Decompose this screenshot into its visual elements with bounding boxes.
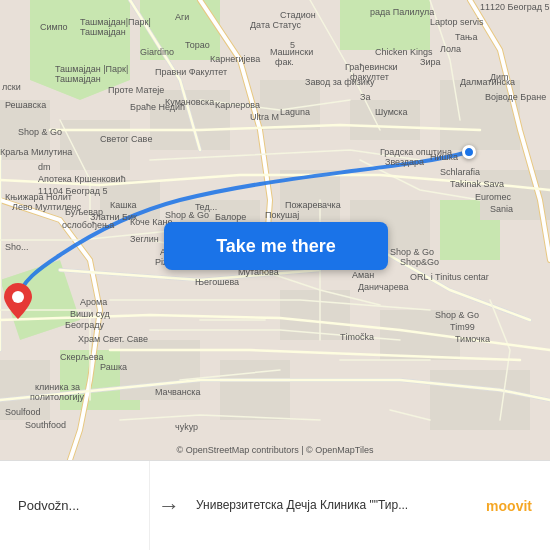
svg-point-117 bbox=[12, 291, 24, 303]
svg-text:Пожаревачка: Пожаревачка bbox=[285, 200, 341, 210]
svg-rect-8 bbox=[60, 120, 130, 170]
svg-text:Aги: Aги bbox=[175, 12, 189, 22]
svg-text:Мачванска: Мачванска bbox=[155, 387, 200, 397]
svg-text:ORL i Tinitus centar: ORL i Tinitus centar bbox=[410, 272, 489, 282]
svg-text:Giardino: Giardino bbox=[140, 47, 174, 57]
svg-text:Рашка: Рашка bbox=[100, 362, 127, 372]
svg-text:Правни Факултет: Правни Факултет bbox=[155, 67, 227, 77]
svg-text:Арома: Арома bbox=[80, 297, 107, 307]
svg-text:клиника за: клиника за bbox=[35, 382, 80, 392]
svg-text:Chicken Kings: Chicken Kings bbox=[375, 47, 433, 57]
origin-section: Podvožn... bbox=[10, 461, 150, 550]
svg-text:Београду: Београду bbox=[65, 320, 104, 330]
svg-text:Кумановска: Кумановска bbox=[165, 97, 214, 107]
svg-text:Тања: Тања bbox=[455, 32, 477, 42]
svg-text:Нишка: Нишка bbox=[430, 152, 458, 162]
destination-section: Универзитетска Дечја Клиника ""Тир... bbox=[188, 461, 478, 550]
svg-text:Симпо: Симпо bbox=[40, 22, 68, 32]
svg-text:Карлерова: Карлерова bbox=[215, 100, 260, 110]
svg-text:Ташмајдан|Парк|: Ташмајдан|Парк| bbox=[80, 17, 151, 27]
direction-arrow: → bbox=[158, 493, 180, 519]
svg-rect-19 bbox=[220, 360, 290, 420]
svg-text:Shop & Go: Shop & Go bbox=[390, 247, 434, 257]
moovit-brand-text: moovit bbox=[486, 498, 532, 514]
bottom-bar: Podvožn... → Универзитетска Дечја Клиник… bbox=[0, 460, 550, 550]
svg-text:Скерљева: Скерљева bbox=[60, 352, 103, 362]
svg-text:Sania: Sania bbox=[490, 204, 513, 214]
svg-text:Зеглин: Зеглин bbox=[130, 234, 159, 244]
svg-rect-11 bbox=[350, 100, 420, 140]
svg-text:Зa: Зa bbox=[360, 92, 370, 102]
svg-text:Euromec: Euromec bbox=[475, 192, 512, 202]
svg-text:Кашка: Кашка bbox=[110, 200, 137, 210]
destination-marker bbox=[462, 145, 476, 159]
svg-text:Shop & Go: Shop & Go bbox=[18, 127, 62, 137]
svg-text:Southfood: Southfood bbox=[25, 420, 66, 430]
svg-text:Његошева: Његошева bbox=[195, 277, 239, 287]
svg-text:Карнегијева: Карнегијева bbox=[210, 54, 260, 64]
svg-text:Тимочка: Тимочка bbox=[455, 334, 490, 344]
take-me-there-button[interactable]: Take me there bbox=[164, 222, 388, 270]
svg-text:Teд...: Teд... bbox=[195, 202, 217, 212]
svg-text:Торао: Торао bbox=[185, 40, 210, 50]
app: Симпо Ташмајдан|Парк| Ташмајдан Aги Стад… bbox=[0, 0, 550, 550]
destination-label: Универзитетска Дечја Клиника ""Тир... bbox=[196, 498, 470, 514]
svg-text:Шумска: Шумска bbox=[375, 107, 407, 117]
svg-text:Tim99: Tim99 bbox=[450, 322, 475, 332]
svg-text:Зира: Зира bbox=[420, 57, 440, 67]
svg-text:Ultra M: Ultra M bbox=[250, 112, 279, 122]
svg-text:фак.: фак. bbox=[275, 57, 294, 67]
svg-text:Soulfood: Soulfood bbox=[5, 407, 41, 417]
svg-text:Shop&Go: Shop&Go bbox=[400, 257, 439, 267]
svg-text:5: 5 bbox=[290, 40, 295, 50]
svg-text:Балоре: Балоре bbox=[215, 212, 246, 222]
map-attribution: © OpenStreetMap contributors | © OpenMap… bbox=[0, 445, 550, 455]
svg-text:политологију: политологију bbox=[30, 392, 84, 402]
map-container: Симпо Ташмајдан|Парк| Ташмајдан Aги Стад… bbox=[0, 0, 550, 460]
svg-text:Храм Свет. Саве: Храм Свет. Саве bbox=[78, 334, 148, 344]
svg-text:Покушај: Покушај bbox=[265, 210, 299, 220]
svg-text:Војводе Бране: Војводе Бране bbox=[485, 92, 546, 102]
svg-text:Апотека Кршенковић: Апотека Кршенковић bbox=[38, 174, 126, 184]
origin-label: Podvožn... bbox=[18, 498, 141, 513]
svg-text:Краља Милутина: Краља Милутина bbox=[0, 147, 72, 157]
svg-text:Виши суд: Виши суд bbox=[70, 309, 110, 319]
svg-text:dm: dm bbox=[38, 162, 51, 172]
svg-text:Ташмајдан |Парк|: Ташмајдан |Парк| bbox=[55, 64, 128, 74]
svg-text:Sho...: Sho... bbox=[5, 242, 29, 252]
arrow-section: → bbox=[150, 493, 188, 519]
svg-text:Проте Матеје: Проте Матеје bbox=[108, 85, 164, 95]
svg-text:Стадион: Стадион bbox=[280, 10, 316, 20]
svg-text:11104 Београд 5: 11104 Београд 5 bbox=[38, 186, 108, 196]
svg-text:Решавска: Решавска bbox=[5, 100, 46, 110]
svg-text:Аман: Аман bbox=[352, 270, 374, 280]
svg-text:Даничарева: Даничарева bbox=[358, 282, 409, 292]
svg-text:рада Палилула: рада Палилула bbox=[370, 7, 434, 17]
svg-text:лски: лски bbox=[2, 82, 21, 92]
logo-section: moovit bbox=[478, 498, 540, 514]
svg-text:Таkinak Sava: Таkinak Sava bbox=[450, 179, 504, 189]
svg-text:Laguna: Laguna bbox=[280, 107, 310, 117]
svg-text:Ташмајдан: Ташмајдан bbox=[80, 27, 126, 37]
origin-marker bbox=[4, 283, 32, 319]
svg-text:Лола: Лола bbox=[440, 44, 461, 54]
svg-text:Тimоčka: Тimоčka bbox=[340, 332, 374, 342]
svg-rect-17 bbox=[430, 370, 530, 430]
svg-text:Shop & Go: Shop & Go bbox=[435, 310, 479, 320]
svg-text:Cвeтог Caвe: Cвeтог Caвe bbox=[100, 134, 152, 144]
svg-text:Laptop servis: Laptop servis bbox=[430, 17, 484, 27]
svg-text:Schlarafia: Schlarafia bbox=[440, 167, 480, 177]
svg-text:Диm: Диm bbox=[490, 72, 509, 82]
svg-text:11120 Београд 5: 11120 Београд 5 bbox=[480, 2, 550, 12]
svg-text:факултет: факултет bbox=[350, 72, 389, 82]
moovit-logo: moovit bbox=[486, 498, 532, 514]
svg-text:Грађевински: Грађевински bbox=[345, 62, 398, 72]
svg-text:Ташмајдан: Ташмајдан bbox=[55, 74, 101, 84]
svg-text:Звездара: Звездара bbox=[385, 157, 424, 167]
svg-text:чуkур: чуkур bbox=[175, 422, 198, 432]
svg-text:Дата Статус: Дата Статус bbox=[250, 20, 301, 30]
